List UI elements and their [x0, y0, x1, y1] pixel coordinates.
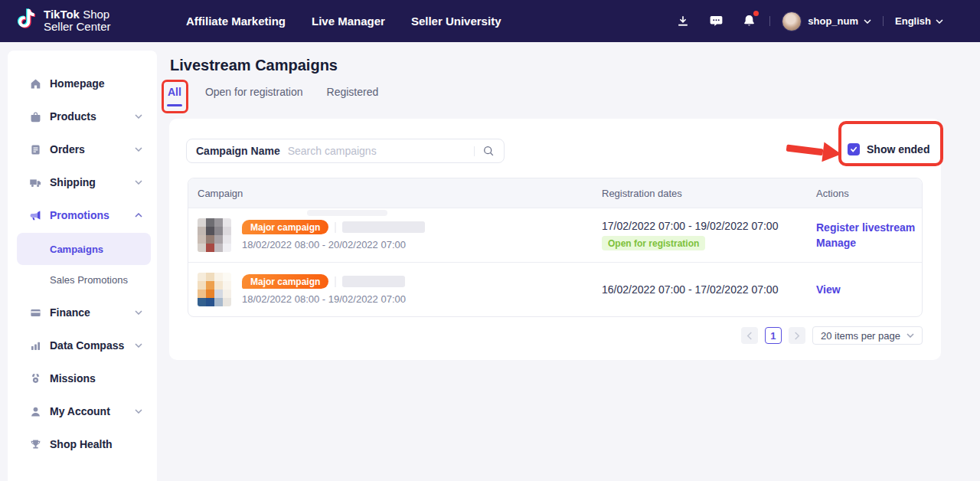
truck-icon: [28, 175, 42, 189]
nav-affiliate-marketing[interactable]: Affiliate Marketing: [186, 15, 286, 28]
bell-icon[interactable]: [740, 12, 758, 31]
sidebar-subitem-campaigns[interactable]: Campaigns: [17, 233, 151, 265]
tab-bar: All Open for registration Registered: [168, 86, 378, 98]
campaign-thumbnail: [198, 218, 231, 252]
campaign-cell: Major campaign 18/02/2022 08:00 - 19/02/…: [198, 273, 602, 306]
avatar[interactable]: [782, 11, 802, 31]
sidebar-item-my-account[interactable]: My Account: [8, 396, 157, 427]
campaigns-table: Campaign Registration dates Actions Majo…: [188, 178, 923, 317]
chevron-down-icon: [135, 180, 142, 185]
chevron-down-icon: [135, 343, 142, 348]
sidebar-item-shop-health[interactable]: Shop Health: [8, 429, 157, 460]
language-menu[interactable]: English: [895, 15, 943, 27]
page-size-select[interactable]: 20 items per page: [812, 326, 923, 345]
sidebar-item-finance[interactable]: Finance: [8, 297, 157, 328]
home-icon: [28, 77, 42, 90]
medal-icon: [28, 371, 42, 385]
chevron-up-icon: [135, 213, 142, 218]
download-icon[interactable]: [674, 12, 692, 31]
sidebar-item-missions[interactable]: Missions: [8, 363, 157, 394]
actions-cell: Register livestream Manage: [816, 221, 922, 249]
page-size-label: 20 items per page: [821, 330, 900, 342]
tab-registered[interactable]: Registered: [327, 86, 379, 98]
major-campaign-badge: Major campaign: [242, 220, 328, 234]
chat-icon[interactable]: [707, 12, 725, 31]
chevron-down-icon: [135, 310, 142, 315]
chart-icon: [28, 339, 42, 352]
chevron-down-icon: [864, 19, 871, 24]
redacted-divider: [335, 222, 336, 233]
tiktok-logo-icon: [14, 8, 37, 34]
megaphone-icon: [28, 208, 42, 222]
top-navigation: Affiliate Marketing Live Manager Seller …: [186, 0, 501, 42]
brand-subtitle: Seller Center: [44, 21, 111, 34]
campaign-thumbnail: [198, 273, 231, 306]
bag-icon: [28, 110, 42, 123]
account-menu[interactable]: shop_num: [808, 15, 871, 27]
tab-open-for-registration[interactable]: Open for registration: [205, 86, 303, 98]
sidebar-item-homepage[interactable]: Homepage: [8, 68, 157, 99]
registration-cell: 16/02/2022 07:00 - 17/02/2022 07:00: [602, 283, 816, 296]
brand-name-bold: TikTok: [44, 8, 80, 21]
table-header: Campaign Registration dates Actions: [188, 178, 922, 208]
redacted-text-bar: [307, 210, 387, 216]
sidebar-item-shipping[interactable]: Shipping: [8, 167, 157, 198]
actions-cell: View: [816, 283, 922, 296]
prev-page-button[interactable]: [741, 327, 758, 344]
register-livestream-link[interactable]: Register livestream: [816, 221, 922, 234]
campaign-dates: 18/02/2022 08:00 - 20/02/2022 07:00: [242, 239, 425, 250]
sidebar-item-promotions[interactable]: Promotions: [8, 200, 157, 231]
next-page-button[interactable]: [789, 327, 805, 344]
registration-cell: 17/02/2022 07:00 - 19/02/2022 07:00 Open…: [602, 220, 816, 250]
chevron-down-icon: [135, 114, 142, 119]
topbar-actions: shop_num English: [674, 0, 943, 42]
document-icon: [28, 142, 42, 156]
registration-dates: 16/02/2022 07:00 - 17/02/2022 07:00: [602, 283, 778, 296]
sidebar: Homepage Products Orders Shipping Promot…: [8, 51, 157, 481]
topbar: TikTok Shop Seller Center Affiliate Mark…: [0, 0, 980, 42]
annotation-box-all-tab: [162, 80, 188, 113]
seller-center-screen: TikTok Shop Seller Center Affiliate Mark…: [0, 0, 980, 481]
sidebar-item-orders[interactable]: Orders: [8, 134, 157, 165]
chevron-down-icon: [135, 409, 142, 414]
sidebar-item-products[interactable]: Products: [8, 101, 157, 132]
chevron-down-icon: [906, 333, 914, 338]
search-divider: [474, 146, 475, 156]
brand-text: TikTok Shop Seller Center: [44, 8, 111, 34]
search-field-label: Campaign Name: [196, 145, 280, 157]
page-title: Livestream Campaigns: [170, 57, 338, 74]
column-campaign: Campaign: [198, 188, 602, 199]
column-actions: Actions: [816, 188, 922, 199]
view-link[interactable]: View: [816, 283, 922, 296]
search-icon[interactable]: [482, 145, 495, 157]
brand-logo[interactable]: TikTok Shop Seller Center: [14, 8, 111, 34]
page-number-button[interactable]: 1: [765, 327, 782, 344]
pagination: 1 20 items per page: [741, 326, 923, 345]
language-label: English: [895, 15, 931, 27]
person-icon: [28, 404, 42, 418]
annotation-box-show-ended: [838, 121, 943, 166]
notification-dot: [753, 11, 759, 16]
redacted-divider: [335, 276, 336, 287]
sidebar-subitem-sales-promotions[interactable]: Sales Promotions: [17, 265, 151, 294]
nav-live-manager[interactable]: Live Manager: [312, 15, 385, 28]
table-row: Major campaign 18/02/2022 08:00 - 19/02/…: [188, 262, 922, 316]
brand-name-light: Shop: [83, 8, 109, 21]
topbar-divider: [769, 16, 770, 26]
column-registration-dates: Registration dates: [602, 188, 816, 199]
nav-seller-university[interactable]: Seller University: [411, 15, 501, 28]
manage-link[interactable]: Manage: [816, 237, 922, 249]
redacted-campaign-name: [342, 276, 405, 287]
campaign-dates: 18/02/2022 08:00 - 19/02/2022 07:00: [242, 293, 406, 305]
sidebar-item-data-compass[interactable]: Data Compass: [8, 330, 157, 361]
account-name: shop_num: [808, 15, 858, 27]
redacted-campaign-name: [342, 221, 425, 233]
chevron-down-icon: [135, 147, 142, 152]
search-input[interactable]: [288, 145, 469, 157]
topbar-divider: [883, 16, 884, 26]
status-badge: Open for registration: [602, 236, 705, 250]
trophy-icon: [28, 437, 42, 451]
campaign-cell: Major campaign 18/02/2022 08:00 - 20/02/…: [198, 218, 602, 252]
registration-dates: 17/02/2022 07:00 - 19/02/2022 07:00: [602, 220, 778, 232]
campaign-search-bar: Campaign Name: [186, 139, 505, 163]
